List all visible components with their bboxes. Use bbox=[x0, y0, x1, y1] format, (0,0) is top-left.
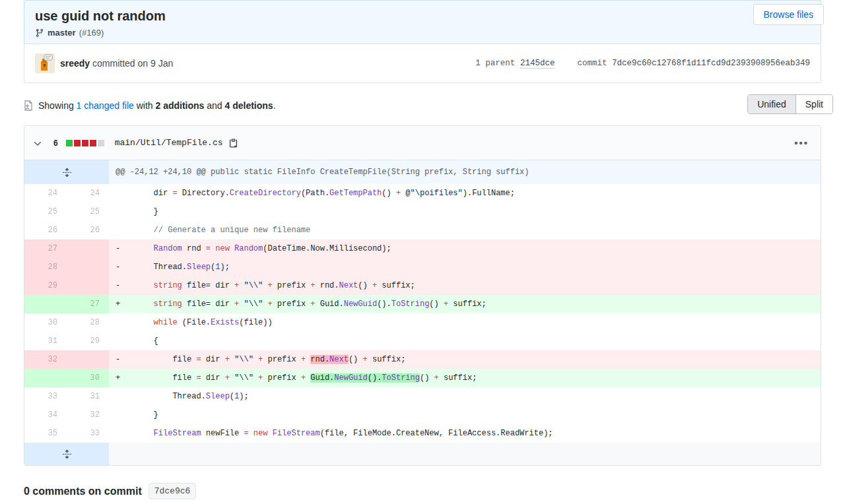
old-line-number[interactable]: 24 bbox=[24, 184, 67, 203]
expand-row bbox=[24, 443, 821, 465]
diffstat-square-del bbox=[74, 140, 81, 146]
kebab-menu-icon[interactable]: ••• bbox=[790, 137, 813, 148]
split-button[interactable]: Split bbox=[796, 95, 832, 113]
code-line: Thread.Sleep(1); bbox=[109, 387, 821, 406]
new-line-number[interactable]: 32 bbox=[67, 406, 109, 424]
old-line-number[interactable]: 32 bbox=[24, 350, 67, 369]
new-line-number[interactable]: 31 bbox=[67, 387, 109, 406]
parent-info: 1 parent 2145dce bbox=[475, 59, 555, 68]
code-line: + string file= dir + "\\" + prefix + Gui… bbox=[109, 295, 821, 313]
changed-file-link[interactable]: 1 changed file bbox=[77, 100, 134, 111]
old-line-number[interactable] bbox=[24, 295, 67, 313]
hunk-header-row: @@ -24,12 +24,10 @@ public static FileIn… bbox=[24, 160, 821, 184]
comments-count-text: 0 comments on commit bbox=[24, 486, 142, 497]
diff-row-del: 29- string file= dir + "\\" + prefix + r… bbox=[24, 276, 821, 295]
chevron-down-icon[interactable] bbox=[32, 138, 43, 148]
old-line-number[interactable]: 30 bbox=[24, 313, 67, 332]
pr-ref[interactable]: (#169) bbox=[79, 28, 104, 38]
new-line-number[interactable] bbox=[67, 239, 109, 258]
expand-unfold-icon[interactable] bbox=[24, 443, 109, 465]
old-line-number[interactable]: 25 bbox=[24, 203, 67, 221]
code-line: while (File.Exists(file)) bbox=[109, 313, 821, 332]
diff-view-switch: Unified Split bbox=[747, 94, 833, 114]
code-line: - Thread.Sleep(1); bbox=[109, 258, 821, 276]
new-line-number[interactable]: 25 bbox=[67, 203, 109, 221]
old-line-number[interactable]: 26 bbox=[24, 221, 67, 239]
copy-path-icon[interactable] bbox=[228, 138, 238, 148]
code-line: FileStream newFile = new FileStream(file… bbox=[109, 424, 821, 443]
new-line-number[interactable]: 28 bbox=[67, 313, 109, 332]
diff-row-context: 3432 } bbox=[24, 406, 821, 424]
hunk-header-text: @@ -24,12 +24,10 @@ public static FileIn… bbox=[109, 160, 821, 184]
code-line: { bbox=[109, 332, 821, 350]
new-line-number[interactable]: 30 bbox=[67, 369, 109, 387]
commit-sha: 7dce9c60c12768f1d11fcd9d2393908956eab349 bbox=[612, 59, 810, 68]
expand-row-filler bbox=[109, 443, 821, 465]
diff-row-context: 2525 } bbox=[24, 203, 821, 221]
new-line-number[interactable]: 24 bbox=[67, 184, 109, 203]
code-line: - Random rnd = new Random(DateTime.Now.M… bbox=[109, 239, 821, 258]
diffstat-square-del bbox=[90, 140, 96, 146]
diff-row-del: 28- Thread.Sleep(1); bbox=[24, 258, 821, 276]
additions-count: 2 additions bbox=[155, 100, 204, 111]
code-line: // Generate a unique new filename bbox=[109, 221, 821, 239]
diff-row-context: 2424 dir = Directory.CreateDirectory(Pat… bbox=[24, 184, 821, 203]
new-line-number[interactable]: 29 bbox=[67, 332, 109, 350]
diffstat-square-add bbox=[66, 140, 73, 146]
diffstat-squares bbox=[66, 140, 104, 146]
diff-row-context: 3028 while (File.Exists(file)) bbox=[24, 313, 821, 332]
diff-row-context: 3331 Thread.Sleep(1); bbox=[24, 387, 821, 406]
commit-author[interactable]: sreedy bbox=[60, 58, 90, 69]
commit-sha-badge[interactable]: 7dce9c6 bbox=[149, 483, 197, 499]
old-line-number[interactable]: 34 bbox=[24, 406, 67, 424]
old-line-number[interactable]: 33 bbox=[24, 387, 67, 406]
file-header: 6 main/Util/TempFile.cs ••• bbox=[24, 126, 821, 160]
commit-title-box: use guid not random master (#169) Browse… bbox=[24, 0, 821, 44]
diffstat-square-neutral bbox=[98, 140, 104, 146]
git-branch-icon bbox=[35, 28, 44, 38]
diff-row-add: 27+ string file= dir + "\\" + prefix + G… bbox=[24, 295, 821, 313]
new-line-number[interactable]: 33 bbox=[67, 424, 109, 443]
file-name[interactable]: main/Util/TempFile.cs bbox=[115, 138, 223, 148]
deletions-count: 4 deletions bbox=[225, 100, 273, 111]
branch-name[interactable]: master bbox=[48, 28, 76, 38]
new-line-number[interactable]: 27 bbox=[67, 295, 109, 313]
code-line: - string file= dir + "\\" + prefix + rnd… bbox=[109, 276, 821, 295]
browse-files-button[interactable]: Browse files bbox=[753, 4, 824, 25]
code-line: } bbox=[109, 203, 821, 221]
commit-sha-info: commit 7dce9c60c12768f1d11fcd9d239390895… bbox=[577, 59, 810, 68]
old-line-number[interactable]: 31 bbox=[24, 332, 67, 350]
diff-file-box: 6 main/Util/TempFile.cs ••• @@ -24,12 +2… bbox=[24, 125, 821, 466]
commit-date-text: committed on 9 Jan bbox=[92, 58, 173, 69]
diff-row-del: 27- Random rnd = new Random(DateTime.Now… bbox=[24, 239, 821, 258]
diff-row-context: 2626 // Generate a unique new filename bbox=[24, 221, 821, 239]
old-line-number[interactable]: 28 bbox=[24, 258, 67, 276]
diff-toolbar: Showing 1 changed file with 2 additions … bbox=[24, 94, 821, 117]
file-diff-icon bbox=[24, 100, 33, 111]
comments-footer: 0 comments on commit 7dce9c6 bbox=[24, 483, 821, 499]
showing-label: Showing bbox=[38, 100, 74, 111]
diff-row-del: 32- file = dir + "\\" + prefix + rnd.Nex… bbox=[24, 350, 821, 369]
code-line: + file = dir + "\\" + prefix + Guid.NewG… bbox=[109, 369, 821, 387]
diff-table: @@ -24,12 +24,10 @@ public static FileIn… bbox=[24, 160, 821, 465]
code-line: dir = Directory.CreateDirectory(Path.Get… bbox=[109, 184, 821, 203]
old-line-number[interactable]: 27 bbox=[24, 239, 67, 258]
commit-meta-box: sreedy committed on 9 Jan 1 parent 2145d… bbox=[24, 44, 821, 83]
diffstat-square-del bbox=[82, 140, 88, 146]
parent-sha-link[interactable]: 2145dce bbox=[520, 59, 555, 69]
file-changes-count: 6 bbox=[53, 139, 58, 148]
old-line-number[interactable] bbox=[24, 369, 67, 387]
commit-title: use guid not random bbox=[35, 7, 810, 24]
avatar[interactable] bbox=[35, 53, 55, 73]
code-line: - file = dir + "\\" + prefix + rnd.Next(… bbox=[109, 350, 821, 369]
new-line-number[interactable]: 26 bbox=[67, 221, 109, 239]
new-line-number[interactable] bbox=[67, 276, 109, 295]
expand-unfold-icon[interactable] bbox=[24, 160, 109, 184]
old-line-number[interactable]: 35 bbox=[24, 424, 67, 443]
unified-button[interactable]: Unified bbox=[748, 95, 796, 113]
old-line-number[interactable]: 29 bbox=[24, 276, 67, 295]
new-line-number[interactable] bbox=[67, 350, 109, 369]
diff-row-context: 3129 { bbox=[24, 332, 821, 350]
new-line-number[interactable] bbox=[67, 258, 109, 276]
diff-row-context: 3533 FileStream newFile = new FileStream… bbox=[24, 424, 821, 443]
